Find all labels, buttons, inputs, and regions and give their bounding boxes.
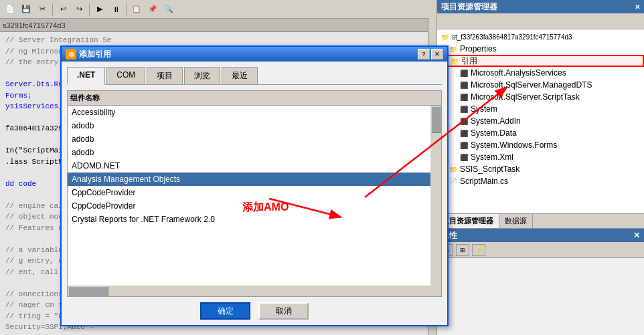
list-scrollbar-h[interactable] [68, 286, 430, 296]
dialog-title-icon: ⚙ [66, 49, 76, 60]
tree-ref-manageddts[interactable]: ⬛ Microsoft.SqlServer.ManagedDTS [437, 79, 644, 91]
ref-icon-xml: ⬛ [459, 152, 469, 162]
list-item-adodb-1[interactable]: adodb [68, 119, 441, 132]
tree-ref-addin[interactable]: ⬛ System.AddIn [437, 115, 644, 127]
tree-label-addin: System.AddIn [471, 116, 521, 126]
tree-label-data: System.Data [471, 128, 517, 138]
tab-project-label: 项目 [157, 71, 173, 80]
dialog-tab-recent[interactable]: 最近 [222, 67, 258, 84]
dialog-close-btn[interactable]: ✕ [431, 49, 443, 60]
tree-scriptmain[interactable]: 📄 ScriptMain.cs [437, 175, 644, 187]
tree-item-yinyong[interactable]: 📁 引用 [437, 55, 644, 67]
file-icon-scriptmain: 📄 [448, 176, 459, 187]
list-content[interactable]: Accessibility adodb adodb adodb ADOMD.NE… [68, 106, 441, 296]
add-reference-dialog: ⚙ 添加引用 ? ✕ .NET COM 项目 浏览 最近 [60, 45, 449, 326]
list-scrollbar-v[interactable] [430, 106, 441, 296]
title-icon-symbol: ⚙ [68, 51, 74, 58]
dialog-tab-project[interactable]: 项目 [147, 67, 183, 84]
tree-ref-xml[interactable]: ⬛ System.Xml [437, 151, 644, 163]
tree-ref-data[interactable]: ⬛ System.Data [437, 127, 644, 139]
solution-explorer-header: 项目资源管理器 ✕ [437, 0, 644, 13]
tree-project-root[interactable]: 📁 st_f33f263fa3864817a3291fc4715774d3 [437, 31, 644, 43]
toolbar-btn-3[interactable]: ✂ [35, 2, 50, 17]
tree-label-scripttask: Microsoft.SqlServer.ScriptTask [471, 92, 580, 102]
ref-icon-addin: ⬛ [459, 116, 469, 126]
list-item-accessibility[interactable]: Accessibility [68, 106, 441, 119]
tab-label-solution: 项目资源管理器 [442, 216, 493, 226]
ref-icon-analysis: ⬛ [459, 68, 469, 78]
folder-icon-ssis: 📁 [448, 164, 459, 175]
project-name: st_f33f263fa3864817a3291fc4715774d3 [452, 33, 572, 41]
prop-btn-event[interactable]: ⚡ [472, 244, 485, 256]
tree-label-yinyong: 引用 [461, 55, 477, 67]
toolbar-search[interactable]: 🔍 [161, 2, 176, 17]
tree-ref-scripttask[interactable]: ⬛ Microsoft.SqlServer.ScriptTask [437, 91, 644, 103]
list-item-adodb-3[interactable]: adodb [68, 146, 441, 159]
toolbar-undo[interactable]: ↩ [56, 2, 70, 17]
tab-browse-label: 浏览 [194, 71, 210, 80]
tree-label-xml: System.Xml [471, 152, 513, 162]
dialog-tab-dotnet[interactable]: .NET [67, 67, 105, 85]
tree-label-ssis: SSIS_ScriptTask [460, 164, 519, 174]
tree-label-system: System [471, 104, 497, 114]
tab-dotnet-label: .NET [77, 70, 95, 80]
dialog-title: 添加引用 [79, 49, 111, 60]
ref-icon-data: ⬛ [459, 128, 469, 138]
dialog-controls: ? ✕ [418, 49, 443, 60]
toolbar-redo[interactable]: ↪ [72, 2, 86, 17]
ok-button[interactable]: 确定 [200, 302, 250, 320]
toolbar-paste[interactable]: 📌 [145, 2, 160, 17]
tree-label-winforms: System.Windows.Forms [471, 140, 557, 150]
toolbar-copy[interactable]: 📋 [129, 2, 144, 17]
solution-explorer-title: 项目资源管理器 [441, 1, 497, 13]
dialog-titlebar: ⚙ 添加引用 ? ✕ [62, 47, 447, 62]
tree-ref-system[interactable]: ⬛ System [437, 103, 644, 115]
solution-tabs-bar: 项目资源管理器 数据源 [436, 214, 644, 229]
tab-label-datasource: 数据源 [505, 216, 527, 226]
dialog-actions: 确定 取消 [67, 302, 442, 320]
project-icon: 📁 [440, 31, 451, 42]
dialog-tab-browse[interactable]: 浏览 [184, 67, 220, 84]
tab-com-label: COM [116, 70, 135, 80]
scrollbar-thumb-v[interactable] [431, 106, 440, 133]
solution-tree: 📁 st_f33f263fa3864817a3291fc4715774d3 📁 … [437, 29, 644, 213]
solution-explorer: 项目资源管理器 ✕ 📁 st_f33f263fa3864817a3291fc47… [436, 0, 644, 214]
dialog-body: .NET COM 项目 浏览 最近 组件名称 Accessibility [62, 62, 447, 325]
folder-icon-yinyong: 📁 [449, 55, 460, 66]
tab-datasource[interactable]: 数据源 [499, 214, 533, 228]
ref-icon-winforms: ⬛ [459, 140, 469, 150]
toolbar-sep-2 [89, 3, 90, 15]
toolbar-btn-1[interactable]: 📄 [3, 2, 17, 17]
solution-toolbar [437, 13, 644, 29]
tree-ref-winforms[interactable]: ⬛ System.Windows.Forms [437, 139, 644, 151]
properties-header: 属性 ✕ [437, 229, 644, 242]
ref-icon-system: ⬛ [459, 104, 469, 114]
ref-icon-scripttask: ⬛ [459, 92, 469, 102]
properties-close[interactable]: ✕ [633, 231, 640, 240]
prop-btn-grid[interactable]: ⊞ [456, 244, 469, 256]
list-item-amo[interactable]: Analysis Management Objects [68, 173, 441, 186]
tree-ref-analysis[interactable]: ⬛ Microsoft.AnalysisServices [437, 67, 644, 79]
toolbar-run[interactable]: ▶ [92, 2, 107, 17]
list-header-label: 组件名称 [70, 93, 100, 103]
toolbar-pause[interactable]: ⏸ [108, 2, 123, 17]
toolbar-sep-3 [126, 3, 127, 15]
tree-item-properties[interactable]: 📁 Properties [437, 43, 644, 55]
list-header: 组件名称 [68, 91, 441, 106]
tree-ssis-task[interactable]: 📁 SSIS_ScriptTask [437, 163, 644, 175]
list-item-cpp-1[interactable]: CppCodeProvider [68, 186, 441, 199]
solution-explorer-close[interactable]: ✕ [635, 3, 640, 11]
tab-recent-label: 最近 [232, 71, 248, 80]
dialog-tab-com[interactable]: COM [106, 67, 145, 84]
toolbar-btn-2[interactable]: 💾 [19, 2, 33, 17]
tree-label-analysis: Microsoft.AnalysisServices [471, 68, 566, 78]
dialog-tabs: .NET COM 项目 浏览 最近 [67, 67, 442, 85]
scrollbar-thumb-h[interactable] [68, 286, 108, 296]
list-item-cpp-2[interactable]: CppCodeProvider [68, 199, 441, 213]
cancel-button[interactable]: 取消 [258, 302, 309, 320]
list-item-adodb-2[interactable]: adodb [68, 132, 441, 146]
dialog-help-btn[interactable]: ? [418, 49, 430, 60]
toolbar-sep-1 [52, 3, 53, 15]
list-item-crystal[interactable]: Crystal Reports for .NET Framework 2.0 [68, 213, 441, 226]
list-item-adomd[interactable]: ADOMD.NET [68, 159, 441, 173]
